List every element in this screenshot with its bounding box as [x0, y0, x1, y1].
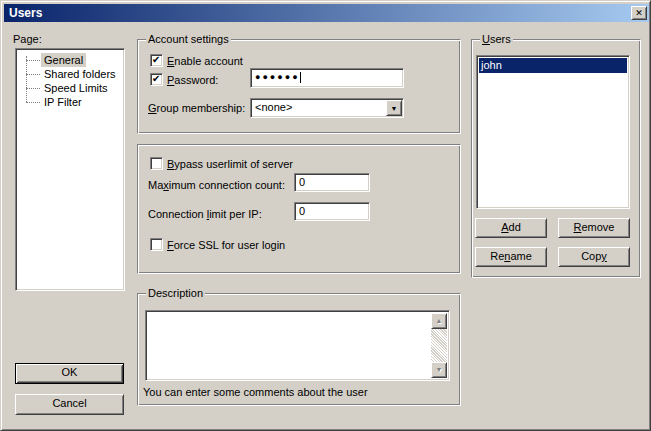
page-item-label: Shared folders — [41, 67, 119, 81]
tree-connector — [26, 60, 40, 61]
page-item-label: General — [41, 53, 86, 67]
close-icon: ✕ — [635, 8, 643, 18]
cancel-button[interactable]: Cancel — [15, 394, 124, 415]
tree-connector — [26, 74, 40, 75]
scroll-up-icon: ▲ — [436, 317, 443, 324]
title-bar[interactable]: Users ✕ — [4, 4, 649, 22]
connection-limit-per-ip-label: Connection limit per IP: — [148, 208, 262, 221]
connection-limit-per-ip-input[interactable]: 0 — [294, 202, 370, 221]
users-dialog: Users ✕ Page: General Shared folders Spe… — [0, 0, 651, 431]
checkmark-icon: ✔ — [152, 72, 160, 85]
max-connection-count-label: Maximum connection count: — [148, 179, 285, 192]
page-item-general[interactable]: General — [16, 53, 124, 67]
scroll-down-button[interactable]: ▼ — [431, 362, 447, 378]
user-list-item[interactable]: john — [479, 58, 627, 73]
connection-limit-per-ip-value: 0 — [299, 205, 305, 217]
page-label: Page: — [13, 33, 42, 46]
page-item-label: Speed Limits — [41, 81, 111, 95]
rename-button[interactable]: Rename — [475, 247, 547, 267]
force-ssl-checkbox[interactable] — [150, 238, 163, 251]
scroll-down-icon: ▼ — [436, 366, 443, 373]
copy-button[interactable]: Copy — [558, 247, 630, 267]
force-ssl-label: Force SSL for user login — [167, 239, 285, 252]
page-list[interactable]: General Shared folders Speed Limits IP F… — [15, 48, 125, 291]
scroll-up-button[interactable]: ▲ — [431, 313, 447, 329]
password-label: Password: — [167, 74, 218, 87]
page-item-speed-limits[interactable]: Speed Limits — [16, 81, 124, 95]
group-membership-select[interactable]: <none> ▼ — [250, 98, 404, 118]
checkmark-icon: ✔ — [152, 53, 160, 66]
description-textarea[interactable]: ▲ ▼ — [145, 310, 450, 381]
page-item-label: IP Filter — [41, 95, 85, 109]
description-scrollbar[interactable]: ▲ ▼ — [431, 313, 447, 378]
ok-button[interactable]: OK — [15, 363, 124, 384]
max-connection-count-value: 0 — [299, 176, 305, 188]
users-group-title: Users — [480, 33, 513, 46]
account-settings-group-title: Account settings — [146, 33, 231, 46]
connection-limits-group: Bypass userlimit of server Maximum conne… — [137, 144, 461, 274]
password-checkbox[interactable]: ✔ — [150, 73, 163, 86]
enable-account-checkbox[interactable]: ✔ — [150, 54, 163, 67]
page-item-shared-folders[interactable]: Shared folders — [16, 67, 124, 81]
add-button[interactable]: Add — [475, 218, 547, 238]
enable-account-label: Enable account — [167, 55, 243, 68]
window-title: Users — [9, 6, 42, 20]
description-group: Description ▲ ▼ You can enter some comme… — [137, 293, 461, 406]
group-membership-label: Group membership: — [148, 102, 245, 115]
users-group: Users john Add Remove Rename Copy — [471, 39, 641, 278]
user-name: john — [481, 59, 502, 71]
password-input[interactable]: ●●●●●● — [250, 68, 404, 88]
close-button[interactable]: ✕ — [631, 6, 647, 20]
tree-connector — [26, 88, 40, 89]
bypass-userlimit-checkbox[interactable] — [150, 157, 163, 170]
bypass-userlimit-label: Bypass userlimit of server — [167, 158, 293, 171]
max-connection-count-input[interactable]: 0 — [294, 173, 370, 192]
page-item-ip-filter[interactable]: IP Filter — [16, 95, 124, 109]
group-membership-value: <none> — [255, 101, 292, 113]
users-list[interactable]: john — [476, 55, 630, 209]
tree-connector — [26, 102, 40, 103]
description-hint: You can enter some comments about the us… — [143, 386, 368, 399]
dropdown-button[interactable]: ▼ — [386, 100, 402, 116]
account-settings-group: Account settings ✔ Enable account ✔ Pass… — [137, 39, 461, 134]
description-group-title: Description — [146, 287, 205, 300]
remove-button[interactable]: Remove — [558, 218, 630, 238]
chevron-down-icon: ▼ — [391, 105, 398, 112]
password-dots: ●●●●●● — [255, 72, 300, 82]
